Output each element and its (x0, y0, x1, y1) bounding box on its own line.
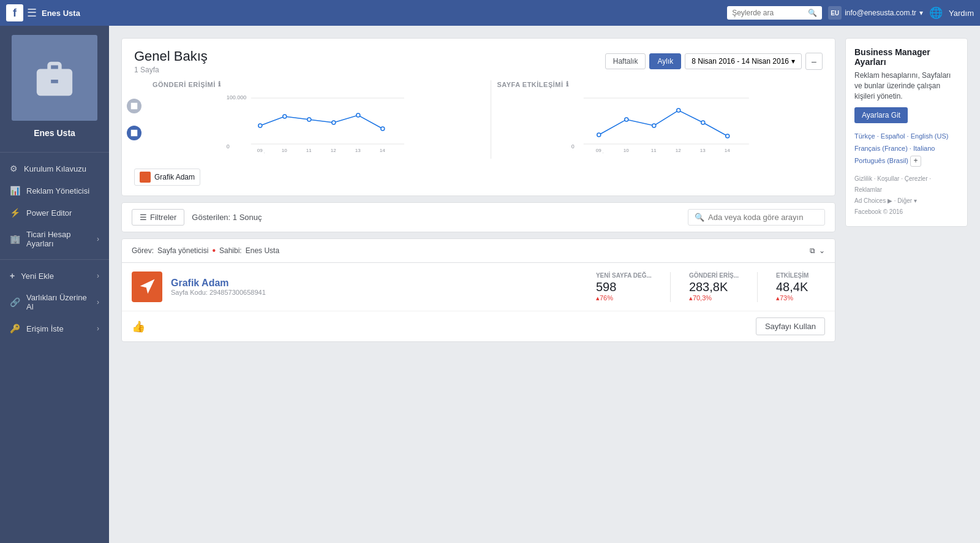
stat-engagement: ETKİLEŞİM 48,4K ▴73% (776, 272, 825, 302)
tab-monthly[interactable]: Aylık (649, 53, 681, 69)
lang-pt[interactable]: Português (Brasil) (854, 157, 908, 164)
sidebar-avatar (12, 35, 97, 121)
user-info[interactable]: EU info@enesusta.com.tr ▾ (828, 6, 923, 20)
sidebar-item-label: Varlıkları Üzerine Al (26, 293, 91, 311)
bm-settings-button[interactable]: Ayarlara Git (854, 107, 908, 123)
fb-logo: f (6, 4, 23, 21)
language-section: Türkçe · Español · English (US) Français… (854, 131, 959, 167)
link-diger[interactable]: Diğer (897, 197, 912, 204)
stat-label-eng: ETKİLEŞİM (776, 272, 825, 279)
post-reach-svg-wrap: 100.000 0 09 10 11 12 13 14 (153, 92, 484, 153)
reklam-icon: 📊 (10, 186, 20, 196)
task-row: Görev: Sayfa yöneticisi • Sahibi: Enes U… (121, 238, 835, 342)
filter-button[interactable]: ☰ Filtreler (132, 209, 184, 226)
sidebar-item-reklam-yoneticisi[interactable]: 📊 Reklam Yöneticisi (0, 180, 109, 202)
expand-icon[interactable]: ⌄ (819, 246, 825, 255)
svg-text:10: 10 (623, 148, 628, 153)
sidebar-item-power-editor[interactable]: ⚡ Power Editor (0, 202, 109, 224)
chart-icon-1 (127, 99, 141, 113)
tab-weekly[interactable]: Haftalık (605, 53, 646, 69)
page-engagement-svg: 0 09 10 11 12 13 14 NİS (497, 92, 829, 153)
svg-point-14 (332, 121, 336, 124)
lang-tr[interactable]: Türkçe (854, 132, 875, 140)
page-row: Grafik Adam Sayfa Kodu: 294857300658941 … (122, 263, 835, 311)
collapse-button[interactable]: – (805, 53, 823, 70)
svg-point-29 (652, 124, 655, 127)
lang-es[interactable]: Español (881, 132, 905, 140)
svg-point-27 (597, 133, 600, 137)
search-input[interactable] (732, 9, 805, 17)
sidebar: Enes Usta ⚙ Kurulum Kılavuzu 📊 Reklam Yö… (0, 26, 109, 357)
filter-bar: ☰ Filtreler Gösterilen: 1 Sonuç 🔍 (121, 202, 835, 232)
page-name[interactable]: Grafik Adam (171, 278, 587, 289)
page-code-value: 294857300658941 (209, 289, 266, 296)
svg-text:12: 12 (675, 148, 680, 153)
user-email: info@enesusta.com.tr (845, 9, 916, 17)
svg-point-15 (356, 113, 360, 117)
link-reklamlar[interactable]: Reklamlar (854, 186, 882, 193)
owner-label: Sahibi: (219, 246, 242, 255)
page-engagement-svg-wrap: 0 09 10 11 12 13 14 NİS (497, 92, 829, 153)
overview-controls: Haftalık Aylık 8 Nisan 2016 - 14 Nisan 2… (605, 53, 823, 70)
svg-text:0: 0 (227, 143, 230, 150)
account-name: Enes Usta (42, 9, 80, 18)
task-role: Sayfa yöneticisi (157, 246, 208, 255)
search-pages-input[interactable] (708, 213, 818, 222)
sidebar-item-label: Power Editor (26, 208, 72, 218)
svg-text:11: 11 (650, 148, 656, 153)
search-pages-box: 🔍 (688, 209, 825, 226)
link-icon: 🔗 (10, 297, 20, 307)
results-count: Gösterilen: 1 Sonuç (192, 213, 262, 222)
svg-text:12: 12 (331, 148, 336, 153)
search-pages-icon: 🔍 (695, 213, 704, 222)
overview-subtitle: 1 Sayfa (134, 66, 208, 74)
page-code: Sayfa Kodu: 294857300658941 (171, 289, 587, 296)
sidebar-item-kurulum-klavuzu[interactable]: ⚙ Kurulum Kılavuzu (0, 158, 109, 180)
svg-text:11: 11 (306, 148, 312, 153)
use-page-button[interactable]: Sayfayı Kullan (756, 317, 825, 335)
sidebar-item-yeni-ekle[interactable]: + Yeni Ekle › (0, 265, 109, 287)
stat-label-post: GÖNDERİ ERİŞ... (689, 272, 739, 279)
sidebar-item-varliklara[interactable]: 🔗 Varlıkları Üzerine Al › (0, 287, 109, 317)
page-engagement-chart: SAYFA ETKİLEŞİMİ ℹ 0 09 10 11 (491, 80, 835, 159)
svg-point-31 (701, 121, 704, 124)
task-footer: 👍 Sayfayı Kullan (122, 311, 835, 341)
key-icon: 🔑 (10, 324, 20, 333)
link-kosullar[interactable]: Koşullar (877, 175, 899, 182)
chevron-right-icon: › (97, 324, 99, 333)
lang-fr[interactable]: Français (France) (854, 145, 908, 152)
sidebar-item-label: Kurulum Kılavuzu (24, 164, 86, 173)
stat-divider-2 (757, 272, 758, 302)
svg-point-12 (283, 115, 287, 118)
svg-point-16 (381, 127, 385, 131)
task-header: Görev: Sayfa yöneticisi • Sahibi: Enes U… (122, 239, 835, 263)
filter-icon: ☰ (140, 213, 147, 222)
post-reach-chart: GÖNDERİ ERİŞİMİ ℹ 100.000 0 09 10 (146, 80, 491, 159)
lang-en[interactable]: English (US) (911, 132, 949, 140)
svg-text:0: 0 (571, 143, 574, 150)
center-panel: Genel Bakış 1 Sayfa Haftalık Aylık 8 Nis… (121, 38, 835, 344)
info-icon[interactable]: ℹ (218, 80, 221, 88)
sidebar-item-ticari-hesap[interactable]: 🏢 Ticari Hesap Ayarları › (0, 224, 109, 254)
stat-change-new: ▴76% (596, 294, 652, 302)
globe-icon[interactable]: 🌐 (929, 6, 943, 20)
copy-icon[interactable]: ⧉ (810, 246, 815, 255)
lang-it[interactable]: Italiano (913, 145, 935, 152)
add-language-button[interactable]: + (910, 156, 921, 167)
info-icon-2[interactable]: ℹ (566, 80, 569, 88)
overview-title: Genel Bakış (134, 48, 208, 64)
right-panel: Business Manager Ayarları Reklam hesapla… (845, 38, 968, 233)
hamburger-icon[interactable]: ☰ (27, 6, 37, 20)
legend-item-grafik-adam: Grafik Adam (134, 169, 200, 186)
date-range-arrow-icon: ▾ (791, 57, 795, 66)
sidebar-item-erisim[interactable]: 🔑 Erişim İste › (0, 317, 109, 340)
link-cerezler[interactable]: Çerezler (905, 175, 928, 182)
stat-value-post: 283,8K (689, 280, 739, 294)
page-info: Grafik Adam Sayfa Kodu: 294857300658941 (171, 278, 587, 296)
chevron-right-icon: › (97, 272, 99, 280)
date-range-button[interactable]: 8 Nisan 2016 - 14 Nisan 2016 ▾ (685, 53, 802, 69)
link-gizlilik[interactable]: Gizlilik (854, 175, 872, 182)
stat-change-post: ▴70,3% (689, 294, 739, 302)
help-link[interactable]: Yardım (949, 9, 974, 18)
link-adchoices[interactable]: Ad Choices (854, 197, 886, 204)
